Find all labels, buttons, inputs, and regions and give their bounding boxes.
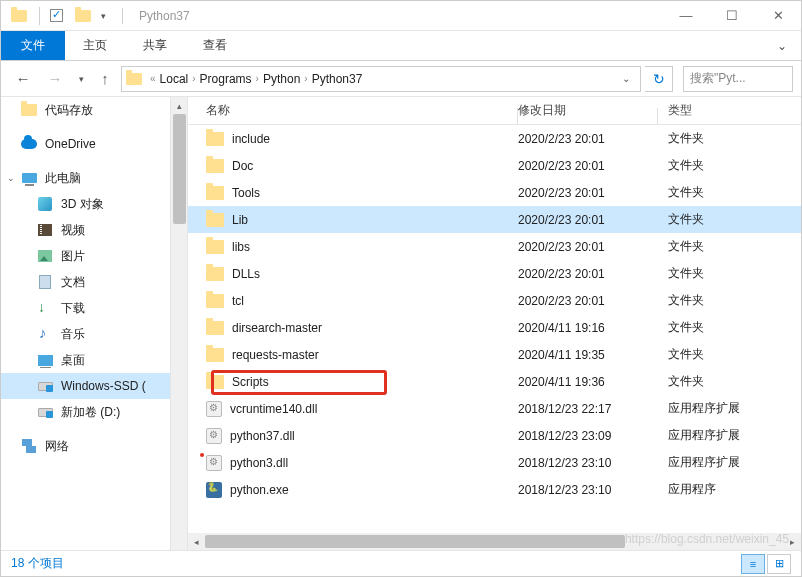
sidebar-item-label: 下载 <box>61 300 85 317</box>
sidebar-item-label: 3D 对象 <box>61 196 104 213</box>
hscroll-thumb[interactable] <box>205 535 625 548</box>
ribbon-file-tab[interactable]: 文件 <box>1 31 65 60</box>
qat-dropdown-icon[interactable]: ▾ <box>97 11 110 21</box>
ribbon-tab-share[interactable]: 共享 <box>125 31 185 60</box>
file-row[interactable]: libs2020/2/23 20:01文件夹 <box>188 233 801 260</box>
folder-icon <box>206 348 224 362</box>
qat-properties-icon[interactable] <box>50 9 63 22</box>
qat-newfolder-icon[interactable] <box>75 10 91 22</box>
sidebar-item[interactable]: 音乐 <box>1 321 187 347</box>
sidebar-item[interactable]: 下载 <box>1 295 187 321</box>
file-date: 2018/12/23 23:09 <box>518 429 658 443</box>
sidebar-item[interactable]: 代码存放 <box>1 97 187 123</box>
sidebar-item[interactable]: 桌面 <box>1 347 187 373</box>
file-row[interactable]: requests-master2020/4/11 19:35文件夹 <box>188 341 801 368</box>
file-type: 应用程序扩展 <box>658 427 801 444</box>
file-name: tcl <box>232 294 244 308</box>
view-details-button[interactable]: ≡ <box>741 554 765 574</box>
address-bar[interactable]: « Local › Programs › Python › Python37 ⌄ <box>121 66 641 92</box>
sidebar-item[interactable]: 视频 <box>1 217 187 243</box>
sidebar-scrollbar[interactable]: ▴ <box>170 97 187 550</box>
file-row[interactable]: include2020/2/23 20:01文件夹 <box>188 125 801 152</box>
sidebar-item[interactable]: 文档 <box>1 269 187 295</box>
search-input[interactable]: 搜索"Pyt... <box>683 66 793 92</box>
ribbon-expand-icon[interactable]: ⌄ <box>763 31 801 60</box>
file-row[interactable]: python.exe2018/12/23 23:10应用程序 <box>188 476 801 503</box>
breadcrumb-root-icon <box>126 73 142 85</box>
sidebar-item[interactable]: 3D 对象 <box>1 191 187 217</box>
refresh-button[interactable]: ↻ <box>645 66 673 92</box>
sidebar-item[interactable]: 新加卷 (D:) <box>1 399 187 425</box>
file-date: 2020/2/23 20:01 <box>518 294 658 308</box>
nav-up-button[interactable]: ↑ <box>93 67 117 91</box>
sidebar-item[interactable]: Windows-SSD ( <box>1 373 187 399</box>
nav-forward-button[interactable]: → <box>41 65 69 93</box>
file-row[interactable]: Lib2020/2/23 20:01文件夹 <box>188 206 801 233</box>
file-row[interactable]: Doc2020/2/23 20:01文件夹 <box>188 152 801 179</box>
file-type: 文件夹 <box>658 373 801 390</box>
sidebar-item-label: 新加卷 (D:) <box>61 404 120 421</box>
view-icons-button[interactable]: ⊞ <box>767 554 791 574</box>
chevron-right-icon[interactable]: › <box>252 73 263 84</box>
address-dropdown-icon[interactable]: ⌄ <box>616 73 636 84</box>
breadcrumb-item[interactable]: Programs <box>200 72 252 86</box>
file-row[interactable]: python37.dll2018/12/23 23:09应用程序扩展 <box>188 422 801 449</box>
file-date: 2018/12/23 22:17 <box>518 402 658 416</box>
dll-icon <box>206 455 222 471</box>
scroll-left-icon[interactable]: ◂ <box>188 533 205 550</box>
file-name: vcruntime140.dll <box>230 402 317 416</box>
tree-expand-icon[interactable]: ⌄ <box>7 173 15 183</box>
scroll-up-icon[interactable]: ▴ <box>171 97 188 114</box>
folder-icon <box>206 294 224 308</box>
file-date: 2020/4/11 19:16 <box>518 321 658 335</box>
scrollbar-thumb[interactable] <box>173 114 186 224</box>
file-row[interactable]: DLLs2020/2/23 20:01文件夹 <box>188 260 801 287</box>
file-row[interactable]: Tools2020/2/23 20:01文件夹 <box>188 179 801 206</box>
window-title: Python37 <box>135 9 190 23</box>
breadcrumb-item[interactable]: Local <box>160 72 189 86</box>
file-name: Lib <box>232 213 248 227</box>
folder-icon <box>21 102 37 118</box>
file-date: 2020/2/23 20:01 <box>518 267 658 281</box>
close-button[interactable]: ✕ <box>755 1 801 31</box>
ribbon-tabs: 文件 主页 共享 查看 ⌄ <box>1 31 801 61</box>
sidebar-item[interactable]: OneDrive <box>1 131 187 157</box>
file-row[interactable]: dirsearch-master2020/4/11 19:16文件夹 <box>188 314 801 341</box>
sidebar-item[interactable]: 网络 <box>1 433 187 459</box>
breadcrumb-item[interactable]: Python37 <box>312 72 363 86</box>
pic-icon <box>37 248 53 264</box>
chevron-right-icon[interactable]: « <box>146 73 160 84</box>
sidebar-item[interactable]: ⌄此电脑 <box>1 165 187 191</box>
nav-history-dropdown[interactable]: ▾ <box>73 74 89 84</box>
file-type: 文件夹 <box>658 184 801 201</box>
column-header-date[interactable]: 修改日期 <box>518 102 658 119</box>
file-type: 文件夹 <box>658 238 801 255</box>
file-row[interactable]: Scripts2020/4/11 19:36文件夹 <box>188 368 801 395</box>
sidebar-item-label: 此电脑 <box>45 170 81 187</box>
sidebar-item-label: 网络 <box>45 438 69 455</box>
breadcrumb-item[interactable]: Python <box>263 72 300 86</box>
ribbon-tab-view[interactable]: 查看 <box>185 31 245 60</box>
chevron-right-icon[interactable]: › <box>300 73 311 84</box>
column-header-name[interactable]: 名称 <box>188 102 518 119</box>
column-header-type[interactable]: 类型 <box>658 102 801 119</box>
annotation-dot <box>200 453 204 457</box>
file-row[interactable]: tcl2020/2/23 20:01文件夹 <box>188 287 801 314</box>
maximize-button[interactable]: ☐ <box>709 1 755 31</box>
desk-icon <box>37 352 53 368</box>
address-row: ← → ▾ ↑ « Local › Programs › Python › Py… <box>1 61 801 97</box>
ribbon-tab-home[interactable]: 主页 <box>65 31 125 60</box>
nav-back-button[interactable]: ← <box>9 65 37 93</box>
sidebar-item-label: Windows-SSD ( <box>61 379 146 393</box>
minimize-button[interactable]: — <box>663 1 709 31</box>
file-row[interactable]: python3.dll2018/12/23 23:10应用程序扩展 <box>188 449 801 476</box>
file-type: 应用程序扩展 <box>658 400 801 417</box>
file-date: 2020/4/11 19:35 <box>518 348 658 362</box>
column-headers: 名称 修改日期 类型 <box>188 97 801 125</box>
file-date: 2020/4/11 19:36 <box>518 375 658 389</box>
music-icon <box>37 326 53 342</box>
file-name: DLLs <box>232 267 260 281</box>
chevron-right-icon[interactable]: › <box>188 73 199 84</box>
sidebar-item[interactable]: 图片 <box>1 243 187 269</box>
file-row[interactable]: vcruntime140.dll2018/12/23 22:17应用程序扩展 <box>188 395 801 422</box>
